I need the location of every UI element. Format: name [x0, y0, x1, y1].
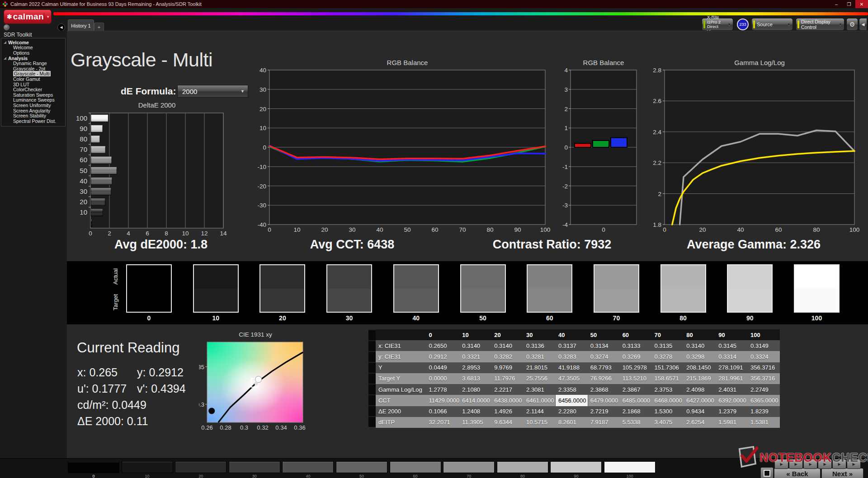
minimize-button[interactable]: – [830, 0, 843, 8]
swatch-target [127, 289, 171, 312]
table-row: x: CIE310.26500.31400.31400.31360.31370.… [376, 340, 780, 351]
sidebar-item-options[interactable]: Options [1, 50, 65, 56]
notebookcheck-logo-icon [733, 445, 760, 470]
sidebar-item-welcome[interactable]: Welcome [1, 40, 65, 45]
bottom-swatch-10[interactable] [122, 461, 173, 473]
sidebar-item-analysis[interactable]: Analysis [1, 56, 65, 61]
bottom-swatch-60[interactable] [390, 461, 441, 473]
bottom-swatch-40[interactable] [282, 461, 334, 473]
axis-label: 14 [220, 230, 227, 237]
swatch-level-label: 40 [393, 314, 439, 322]
sidebar-item-luminance-sweeps[interactable]: Luminance Sweeps [1, 98, 65, 103]
settings-button[interactable]: ⚙ [846, 18, 858, 31]
table-cell: 3.4075 [651, 417, 684, 428]
grayscale-swatch-100 [794, 264, 840, 313]
sidebar-item-screen-uniformity[interactable]: Screen Uniformity [1, 103, 65, 108]
window-title: Calman 2022 Calman Ultimate for Business… [10, 1, 202, 7]
axis-label: 8 [165, 230, 168, 237]
axis-label: 100 [849, 226, 860, 233]
table-cell: 6438.0000 [491, 395, 524, 406]
tab-history[interactable]: History 1 [68, 19, 94, 31]
sidebar-item-label: Saturation Sweeps [13, 92, 53, 98]
axis-label: 70 [459, 226, 466, 233]
bottom-swatch-label: 90 [550, 474, 602, 478]
chevron-left-icon: ◀ [862, 22, 865, 27]
axis-label: 3 [564, 86, 568, 93]
sidebar-collapse-icon[interactable]: ◀ [57, 23, 65, 31]
grayscale-swatch-0 [126, 264, 172, 313]
table-cell: 1.5981 [716, 417, 748, 428]
stat-avg-gamma: Average Gamma: 2.326 [661, 238, 846, 252]
axis-label: 80 [486, 226, 493, 233]
axis-label: RGB Balance [583, 59, 624, 66]
bottom-swatch-70[interactable] [443, 461, 495, 473]
bottom-swatch-label: 50 [336, 474, 387, 478]
bottom-swatch-90[interactable] [550, 461, 602, 473]
sidebar-item-welcome[interactable]: Welcome [1, 45, 65, 51]
page-title: Grayscale - Multi [71, 49, 212, 71]
table-cell: 9.6344 [491, 417, 524, 428]
sidebar-item-screen-angularity[interactable]: Screen Angularity [1, 108, 65, 113]
sidebar-item-3d-lut[interactable]: 3D LUT [1, 82, 65, 87]
axis-label: 0.36 [294, 424, 305, 431]
swatch-actual [260, 265, 304, 289]
bottom-swatch-0[interactable] [68, 461, 119, 473]
sidebar-item-color-gamut[interactable]: Color Gamut [1, 76, 65, 82]
sidebar-item-label: Grayscale - Multi [13, 71, 51, 76]
display-control-dropdown[interactable]: Direct Display Control ▼ [796, 18, 844, 31]
table-cell: 0.3321 [459, 351, 491, 362]
sidebar-item-grayscale-multi[interactable]: Grayscale - Multi [1, 71, 65, 77]
grayscale-swatch-60 [527, 264, 572, 313]
table-cell: 0.3282 [491, 351, 524, 362]
maximize-button[interactable]: ❐ [843, 0, 855, 8]
meter-dropdown[interactable]: X-Rite i1Pro 2 Direct View ▼ [702, 18, 733, 31]
sidebar-item-screen-stability[interactable]: Screen Stability [1, 113, 65, 118]
sidebar-item-label: 3D LUT [13, 82, 29, 87]
table-cell: 356.3716 [748, 362, 780, 373]
sidebar-item-grayscale-2pt[interactable]: Grayscale - 2pt [1, 66, 65, 71]
close-button[interactable]: ✕ [855, 0, 868, 8]
axis-label: 40 [80, 177, 87, 185]
calman-menu-button[interactable]: ✽ calman ▼ [4, 9, 52, 24]
panel-radio-button[interactable] [4, 24, 9, 30]
table-cell: 0.0449 [426, 362, 460, 373]
axis-label: 0 [564, 144, 568, 151]
table-cell: 7.9187 [588, 417, 620, 428]
sidebar-item-colorchecker[interactable]: ColorChecker [1, 87, 65, 92]
table-cell: 0.3140 [684, 340, 716, 351]
sidebar-item-saturation-sweeps[interactable]: Saturation Sweeps [1, 92, 65, 98]
sidebar-item-dynamic-range[interactable]: Dynamic Range [1, 61, 65, 66]
table-cell: 2.3868 [588, 384, 620, 395]
table-cell: 281.9961 [716, 373, 748, 384]
bottom-swatch-50[interactable] [336, 461, 387, 473]
bottom-swatch-80[interactable] [497, 461, 548, 473]
source-dropdown[interactable]: Source ▼ [751, 18, 793, 31]
tab-add-button[interactable]: + [94, 23, 104, 31]
table-cell: 0.3283 [556, 351, 588, 362]
stat-contrast-ratio: Contrast Ratio: 7932 [459, 238, 645, 252]
rainbow-gradient-bar [53, 12, 868, 15]
de-formula-select[interactable]: 2000 ▼ [177, 85, 248, 98]
swatch-target [394, 289, 438, 312]
table-cell: 0.3136 [524, 340, 556, 351]
table-cell: 0.3133 [620, 340, 652, 351]
swatch-actual [795, 265, 839, 289]
axis-label: -40 [257, 221, 266, 228]
axis-label: 30 [349, 226, 355, 233]
bottom-swatch-100[interactable] [604, 461, 656, 473]
table-row: ΔE 20000.10661.24081.49262.11442.22802.7… [376, 406, 780, 417]
sidebar-item-label: Screen Uniformity [13, 103, 51, 108]
bottom-swatch-30[interactable] [229, 461, 280, 473]
table-cell[interactable]: 6456.0000 [556, 395, 588, 406]
axis-label: 50 [404, 226, 410, 233]
bottom-swatch-20[interactable] [175, 461, 226, 473]
meter-count-badge[interactable]: 233 [737, 19, 749, 30]
axis-label: DeltaE 2000 [138, 101, 176, 109]
axis-label: -30 [257, 202, 266, 209]
table-cell: 113.5210 [620, 373, 652, 384]
sidebar-item-spectral-power-dist-[interactable]: Spectral Power Dist. [1, 118, 65, 124]
grayscale-swatch-20 [259, 264, 305, 313]
table-cell: 6468.0000 [651, 395, 684, 406]
panel-collapse-right[interactable]: ◀ [859, 18, 867, 31]
axis-label: 10 [259, 125, 266, 131]
